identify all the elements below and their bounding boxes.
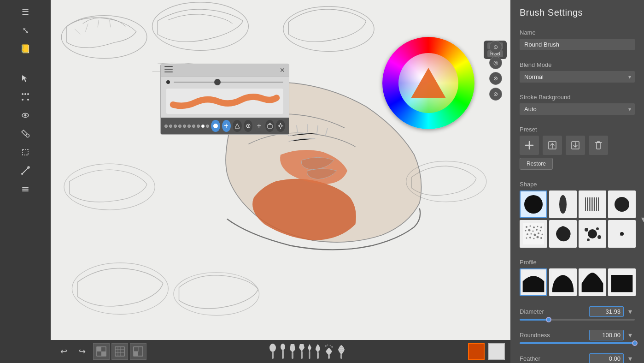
undo-button[interactable]: ↩ xyxy=(56,344,71,359)
transform-tool-icon[interactable] xyxy=(17,89,34,105)
diameter-expand-icon[interactable]: ▾ xyxy=(626,306,635,317)
stroke-bg-select[interactable]: Auto White Black Transparent xyxy=(520,103,635,115)
brush-flat-icon[interactable] xyxy=(280,343,286,360)
roundness-slider-track[interactable] xyxy=(520,342,635,344)
svg-point-98 xyxy=(585,228,588,232)
diameter-value-input[interactable] xyxy=(589,306,624,317)
shape-circle-cell[interactable] xyxy=(520,190,547,218)
brush-popup-header: ✕ xyxy=(161,64,289,77)
svg-rect-54 xyxy=(309,351,310,359)
texture-3-button[interactable] xyxy=(130,343,146,360)
brush-popup-close-button[interactable]: ✕ xyxy=(280,66,285,74)
profile-label: Profile xyxy=(520,259,635,266)
eye-tool-icon[interactable] xyxy=(17,107,34,124)
diameter-slider-container xyxy=(520,319,635,321)
brush-texture-brush-icon[interactable] xyxy=(337,343,346,360)
shape-oval-cell[interactable] xyxy=(549,190,577,218)
brush-size-track[interactable] xyxy=(174,82,283,83)
redo-button[interactable]: ↪ xyxy=(75,344,89,359)
blend-mode-section: Blend Mode Normal Multiply Screen Overla… xyxy=(510,56,644,88)
profile-peak-cell[interactable] xyxy=(579,268,606,296)
color-palette-icon[interactable]: ◎ xyxy=(489,56,502,69)
svg-point-75 xyxy=(615,197,629,212)
canvas-area[interactable]: HSB RGB ⊙ ◎ ⊗ ⊘ ✕ xyxy=(51,0,510,363)
layers-tool-icon[interactable] xyxy=(17,181,34,197)
select-tool-icon[interactable] xyxy=(17,70,34,87)
svg-rect-45 xyxy=(134,347,138,351)
brush-tool-4-icon[interactable] xyxy=(244,120,253,132)
feather-expand-icon[interactable]: ▾ xyxy=(626,353,635,363)
secondary-color-swatch[interactable] xyxy=(488,343,505,360)
collapse-icon[interactable]: ⤡ xyxy=(17,22,34,39)
brush-pencil-icon[interactable] xyxy=(307,343,312,360)
color-wheel-inner[interactable] xyxy=(398,53,458,113)
color-eyedropper-icon[interactable]: ⊙ xyxy=(489,41,502,54)
import-preset-button[interactable] xyxy=(543,136,562,155)
active-color-swatch[interactable] xyxy=(468,343,485,360)
bottom-toolbar: ↩ ↪ xyxy=(51,340,510,363)
brush-name-input[interactable] xyxy=(520,39,635,50)
diameter-slider-track[interactable] xyxy=(520,319,635,321)
brush-pen-icon[interactable] xyxy=(299,343,304,360)
dot-7 xyxy=(192,125,195,128)
profile-flat-cell[interactable] xyxy=(520,268,547,296)
svg-point-87 xyxy=(527,233,528,235)
color-settings-icon[interactable]: ⊘ xyxy=(489,88,502,101)
brush-round-icon[interactable] xyxy=(269,343,277,360)
add-preset-button[interactable] xyxy=(520,136,539,155)
roundness-slider-thumb[interactable] xyxy=(632,340,638,346)
diameter-slider-thumb[interactable] xyxy=(546,317,551,322)
crop-tool-icon[interactable] xyxy=(17,144,34,161)
brush-marker-icon[interactable] xyxy=(289,343,296,360)
gradient-tool-icon[interactable] xyxy=(17,162,34,179)
profile-full-cell[interactable] xyxy=(608,268,636,296)
shape-expand-arrow-icon[interactable]: ▾ xyxy=(641,214,644,225)
svg-marker-53 xyxy=(308,344,311,351)
brush-tool-2-icon[interactable] xyxy=(222,120,231,132)
svg-point-92 xyxy=(526,238,527,239)
svg-point-4 xyxy=(24,93,26,95)
brush-tool-3-icon[interactable] xyxy=(233,120,242,132)
roundness-header: Roundness ▾ xyxy=(520,330,635,340)
texture-buttons xyxy=(93,343,146,360)
shape-bristle-cell[interactable] xyxy=(579,190,606,218)
delete-preset-button[interactable] xyxy=(589,136,608,155)
shape-splatter-cell[interactable] xyxy=(579,220,606,248)
dot-4 xyxy=(178,125,181,128)
fill-tool-icon[interactable] xyxy=(17,125,34,142)
roundness-value-input[interactable] xyxy=(589,330,624,340)
svg-point-96 xyxy=(540,237,542,239)
svg-point-94 xyxy=(533,238,535,239)
profile-round-cell[interactable] xyxy=(549,268,577,296)
menu-icon[interactable]: ☰ xyxy=(17,4,34,20)
blend-mode-select[interactable]: Normal Multiply Screen Overlay Darken Li… xyxy=(520,71,635,83)
shape-blob-cell[interactable] xyxy=(549,220,577,248)
brush-spray-icon[interactable] xyxy=(324,343,334,360)
svg-rect-61 xyxy=(340,354,342,359)
roundness-expand-icon[interactable]: ▾ xyxy=(626,330,635,340)
brush-tool-delete-icon[interactable] xyxy=(265,120,275,132)
brush-tool-add-icon[interactable]: + xyxy=(254,120,263,132)
color-wheel[interactable] xyxy=(382,37,474,129)
shape-round-cell[interactable] xyxy=(608,190,636,218)
color-history-icon[interactable]: ⊗ xyxy=(489,72,502,85)
shape-texture1-cell[interactable] xyxy=(520,220,547,248)
texture-1-button[interactable] xyxy=(93,343,110,360)
restore-button[interactable]: Restore xyxy=(520,158,553,170)
export-preset-button[interactable] xyxy=(566,136,585,155)
brush-tool-settings-icon[interactable] xyxy=(276,120,285,132)
brush-popup-content xyxy=(161,77,289,118)
brush-size-thumb[interactable] xyxy=(214,79,221,85)
book-icon[interactable]: 📒 xyxy=(17,41,34,57)
svg-point-32 xyxy=(280,123,281,124)
shape-grid: ... xyxy=(520,190,636,248)
brush-tool-1-icon[interactable] xyxy=(211,120,220,132)
brush-popup-menu-icon[interactable] xyxy=(164,66,173,74)
svg-rect-8 xyxy=(23,149,28,155)
canvas-background: HSB RGB ⊙ ◎ ⊗ ⊘ ✕ xyxy=(51,0,510,363)
texture-2-button[interactable] xyxy=(111,343,128,360)
shape-dots-cell[interactable]: ... xyxy=(608,220,636,248)
svg-point-93 xyxy=(529,237,531,238)
brush-ink-icon[interactable] xyxy=(315,343,321,360)
feather-value-input[interactable] xyxy=(589,353,624,363)
